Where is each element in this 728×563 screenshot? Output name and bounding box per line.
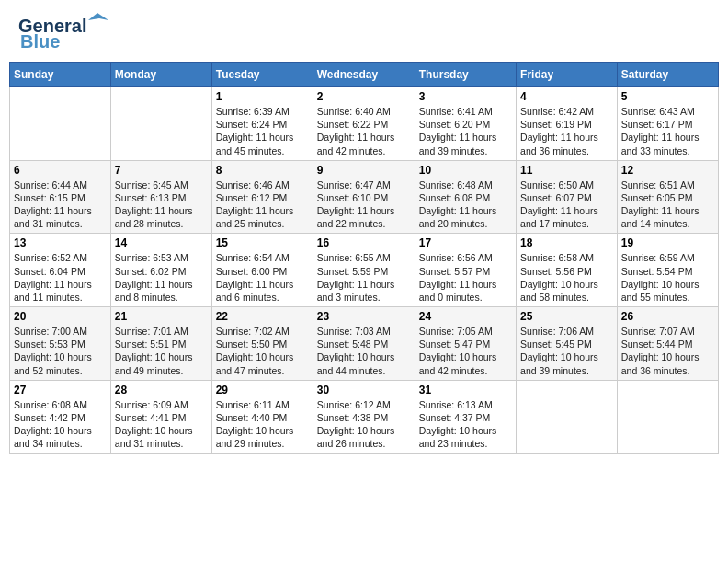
- calendar-cell: 22Sunrise: 7:02 AM Sunset: 5:50 PM Dayli…: [211, 307, 313, 381]
- day-content: Sunrise: 6:08 AM Sunset: 4:42 PM Dayligh…: [14, 398, 107, 451]
- calendar-cell: 17Sunrise: 6:56 AM Sunset: 5:57 PM Dayli…: [415, 234, 516, 307]
- calendar-cell: 14Sunrise: 6:53 AM Sunset: 6:02 PM Dayli…: [110, 234, 211, 307]
- logo: General Blue: [18, 17, 108, 52]
- day-header-sunday: Sunday: [10, 63, 111, 87]
- calendar-cell: 7Sunrise: 6:45 AM Sunset: 6:13 PM Daylig…: [110, 160, 211, 234]
- calendar-week-5: 27Sunrise: 6:08 AM Sunset: 4:42 PM Dayli…: [10, 380, 719, 454]
- day-number: 5: [621, 90, 714, 103]
- calendar-cell: [517, 380, 618, 454]
- day-number: 8: [216, 164, 309, 177]
- day-content: Sunrise: 6:45 AM Sunset: 6:13 PM Dayligh…: [115, 178, 208, 231]
- day-number: 27: [14, 384, 107, 396]
- calendar-cell: 4Sunrise: 6:42 AM Sunset: 6:19 PM Daylig…: [517, 87, 618, 161]
- day-content: Sunrise: 6:42 AM Sunset: 6:19 PM Dayligh…: [520, 105, 613, 157]
- day-number: 9: [317, 164, 411, 177]
- calendar-cell: [617, 380, 718, 454]
- day-number: 15: [216, 236, 309, 249]
- calendar-cell: [10, 87, 111, 161]
- calendar-cell: 1Sunrise: 6:39 AM Sunset: 6:24 PM Daylig…: [211, 87, 313, 161]
- calendar-cell: 10Sunrise: 6:48 AM Sunset: 6:08 PM Dayli…: [415, 160, 516, 234]
- day-content: Sunrise: 6:53 AM Sunset: 6:02 PM Dayligh…: [115, 251, 208, 304]
- day-number: 23: [317, 310, 411, 323]
- calendar-cell: 18Sunrise: 6:58 AM Sunset: 5:56 PM Dayli…: [517, 234, 618, 307]
- calendar-cell: 15Sunrise: 6:54 AM Sunset: 6:00 PM Dayli…: [211, 234, 313, 307]
- day-number: 17: [419, 236, 512, 249]
- day-number: 2: [317, 90, 411, 103]
- day-content: Sunrise: 7:02 AM Sunset: 5:50 PM Dayligh…: [216, 325, 309, 377]
- day-number: 6: [14, 164, 107, 177]
- calendar-cell: 19Sunrise: 6:59 AM Sunset: 5:54 PM Dayli…: [617, 234, 718, 307]
- day-number: 3: [419, 90, 512, 103]
- day-number: 10: [419, 164, 512, 177]
- calendar-week-3: 13Sunrise: 6:52 AM Sunset: 6:04 PM Dayli…: [10, 234, 719, 307]
- day-number: 22: [216, 310, 309, 323]
- calendar-cell: 2Sunrise: 6:40 AM Sunset: 6:22 PM Daylig…: [313, 87, 415, 161]
- calendar-cell: 5Sunrise: 6:43 AM Sunset: 6:17 PM Daylig…: [617, 87, 718, 161]
- day-number: 19: [621, 236, 714, 249]
- day-header-saturday: Saturday: [617, 63, 718, 87]
- calendar-week-2: 6Sunrise: 6:44 AM Sunset: 6:15 PM Daylig…: [10, 160, 719, 234]
- day-content: Sunrise: 6:50 AM Sunset: 6:07 PM Dayligh…: [520, 178, 613, 231]
- day-number: 30: [317, 384, 411, 396]
- calendar-cell: 12Sunrise: 6:51 AM Sunset: 6:05 PM Dayli…: [617, 160, 718, 234]
- calendar-week-4: 20Sunrise: 7:00 AM Sunset: 5:53 PM Dayli…: [10, 307, 719, 381]
- calendar-cell: 21Sunrise: 7:01 AM Sunset: 5:51 PM Dayli…: [110, 307, 211, 381]
- day-content: Sunrise: 6:51 AM Sunset: 6:05 PM Dayligh…: [621, 178, 714, 231]
- day-content: Sunrise: 6:39 AM Sunset: 6:24 PM Dayligh…: [216, 105, 309, 157]
- day-number: 20: [14, 310, 107, 323]
- calendar-table: SundayMondayTuesdayWednesdayThursdayFrid…: [9, 62, 719, 454]
- day-content: Sunrise: 7:00 AM Sunset: 5:53 PM Dayligh…: [14, 325, 107, 377]
- day-content: Sunrise: 6:55 AM Sunset: 5:59 PM Dayligh…: [317, 251, 411, 304]
- day-number: 28: [115, 384, 208, 396]
- page-header: General Blue: [9, 9, 719, 56]
- calendar-cell: 8Sunrise: 6:46 AM Sunset: 6:12 PM Daylig…: [211, 160, 313, 234]
- calendar-cell: 6Sunrise: 6:44 AM Sunset: 6:15 PM Daylig…: [10, 160, 111, 234]
- day-number: 14: [115, 236, 208, 249]
- day-content: Sunrise: 7:03 AM Sunset: 5:48 PM Dayligh…: [317, 325, 411, 377]
- calendar-cell: 31Sunrise: 6:13 AM Sunset: 4:37 PM Dayli…: [415, 380, 516, 454]
- calendar-header-row: SundayMondayTuesdayWednesdayThursdayFrid…: [10, 63, 719, 87]
- calendar-cell: 13Sunrise: 6:52 AM Sunset: 6:04 PM Dayli…: [10, 234, 111, 307]
- calendar-cell: 26Sunrise: 7:07 AM Sunset: 5:44 PM Dayli…: [617, 307, 718, 381]
- calendar-cell: 23Sunrise: 7:03 AM Sunset: 5:48 PM Dayli…: [313, 307, 415, 381]
- calendar-cell: 11Sunrise: 6:50 AM Sunset: 6:07 PM Dayli…: [517, 160, 618, 234]
- logo-bird-icon: [88, 13, 108, 28]
- day-content: Sunrise: 6:13 AM Sunset: 4:37 PM Dayligh…: [419, 398, 512, 451]
- day-content: Sunrise: 6:47 AM Sunset: 6:10 PM Dayligh…: [317, 178, 411, 231]
- calendar-cell: 27Sunrise: 6:08 AM Sunset: 4:42 PM Dayli…: [10, 380, 111, 454]
- day-content: Sunrise: 6:09 AM Sunset: 4:41 PM Dayligh…: [115, 398, 208, 451]
- logo-blue: Blue: [20, 31, 60, 52]
- day-content: Sunrise: 6:46 AM Sunset: 6:12 PM Dayligh…: [216, 178, 309, 231]
- day-content: Sunrise: 7:01 AM Sunset: 5:51 PM Dayligh…: [115, 325, 208, 377]
- day-number: 4: [520, 90, 613, 103]
- day-number: 26: [621, 310, 714, 323]
- day-content: Sunrise: 6:43 AM Sunset: 6:17 PM Dayligh…: [621, 105, 714, 157]
- day-number: 16: [317, 236, 411, 249]
- day-content: Sunrise: 7:06 AM Sunset: 5:45 PM Dayligh…: [520, 325, 613, 377]
- day-number: 29: [216, 384, 309, 396]
- day-content: Sunrise: 6:58 AM Sunset: 5:56 PM Dayligh…: [520, 251, 613, 304]
- day-number: 21: [115, 310, 208, 323]
- day-content: Sunrise: 6:44 AM Sunset: 6:15 PM Dayligh…: [14, 178, 107, 231]
- day-number: 12: [621, 164, 714, 177]
- calendar-cell: 30Sunrise: 6:12 AM Sunset: 4:38 PM Dayli…: [313, 380, 415, 454]
- day-header-thursday: Thursday: [415, 63, 516, 87]
- day-content: Sunrise: 6:41 AM Sunset: 6:20 PM Dayligh…: [419, 105, 512, 157]
- calendar-cell: 29Sunrise: 6:11 AM Sunset: 4:40 PM Dayli…: [211, 380, 313, 454]
- day-number: 11: [520, 164, 613, 177]
- day-number: 25: [520, 310, 613, 323]
- day-number: 1: [216, 90, 309, 103]
- calendar-cell: 25Sunrise: 7:06 AM Sunset: 5:45 PM Dayli…: [517, 307, 618, 381]
- day-content: Sunrise: 6:11 AM Sunset: 4:40 PM Dayligh…: [216, 398, 309, 451]
- day-header-wednesday: Wednesday: [313, 63, 415, 87]
- day-content: Sunrise: 6:59 AM Sunset: 5:54 PM Dayligh…: [621, 251, 714, 304]
- calendar-week-1: 1Sunrise: 6:39 AM Sunset: 6:24 PM Daylig…: [10, 87, 719, 161]
- day-content: Sunrise: 7:07 AM Sunset: 5:44 PM Dayligh…: [621, 325, 714, 377]
- day-number: 18: [520, 236, 613, 249]
- day-number: 13: [14, 236, 107, 249]
- day-content: Sunrise: 6:52 AM Sunset: 6:04 PM Dayligh…: [14, 251, 107, 304]
- day-content: Sunrise: 6:12 AM Sunset: 4:38 PM Dayligh…: [317, 398, 411, 451]
- day-number: 31: [419, 384, 512, 396]
- calendar-cell: [110, 87, 211, 161]
- day-header-monday: Monday: [110, 63, 211, 87]
